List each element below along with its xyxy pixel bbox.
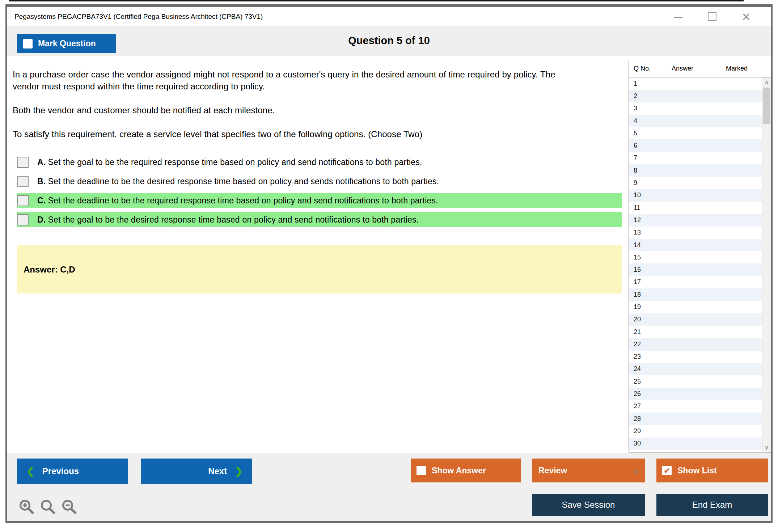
scrollbar-thumb[interactable] <box>763 88 770 124</box>
question-number: 9 <box>634 179 672 187</box>
question-list-row[interactable]: 19 <box>629 301 762 313</box>
question-list-row[interactable]: 23 <box>629 351 762 363</box>
option-row-a[interactable]: A.Set the goal to be the required respon… <box>17 155 622 170</box>
window-controls: — × <box>672 10 753 23</box>
save-session-button[interactable]: Save Session <box>532 494 645 516</box>
question-list-row[interactable]: 22 <box>629 338 762 350</box>
question-list-row[interactable]: 8 <box>629 164 762 177</box>
zoom-out-icon[interactable] <box>61 498 77 515</box>
question-paragraph: Both the vendor and customer should be n… <box>13 104 577 116</box>
option-d-text: Set the goal to be the desired response … <box>48 215 419 224</box>
question-list-row[interactable]: 1 <box>629 77 762 90</box>
option-row-c[interactable]: C.Set the deadline to be the required re… <box>17 193 622 208</box>
question-number: 30 <box>634 440 672 447</box>
review-caret-icon: ▲ <box>633 468 638 474</box>
content-area: In a purchase order case the vendor assi… <box>7 56 771 453</box>
question-list-row[interactable]: 13 <box>629 227 762 239</box>
end-exam-label: End Exam <box>692 500 732 510</box>
end-exam-button[interactable]: End Exam <box>656 494 768 516</box>
column-header-marked: Marked <box>726 65 748 72</box>
option-a-letter: A. <box>37 157 46 167</box>
question-list-row[interactable]: 5 <box>629 127 762 139</box>
maximize-icon <box>708 12 716 21</box>
mark-question-label: Mark Question <box>38 39 96 48</box>
show-list-button[interactable]: ✔ Show List <box>656 459 768 482</box>
question-number: 19 <box>634 303 672 311</box>
mark-question-button[interactable]: Mark Question <box>17 34 116 53</box>
question-list-scrollbar[interactable]: ∧ ∨ <box>762 77 771 452</box>
question-list-row[interactable]: 26 <box>629 388 762 400</box>
question-number: 24 <box>634 365 672 373</box>
magnifier-icon[interactable] <box>39 498 56 515</box>
question-list-row[interactable]: 18 <box>629 288 762 301</box>
question-list-header: Q No. Answer Marked <box>629 60 771 77</box>
question-list-row[interactable]: 17 <box>629 276 762 288</box>
answer-box: Answer: C,D <box>17 245 622 294</box>
next-button[interactable]: Next ❯ <box>141 459 252 484</box>
scroll-up-button[interactable]: ∧ <box>762 77 771 87</box>
question-list-row[interactable]: 29 <box>629 425 762 437</box>
zoom-controls <box>18 498 77 515</box>
question-list-row[interactable]: 20 <box>629 313 762 326</box>
mark-question-checkbox[interactable] <box>23 39 33 48</box>
question-list-row[interactable]: 28 <box>629 413 762 425</box>
option-row-b[interactable]: B.Set the deadline to be the desired res… <box>17 174 622 189</box>
option-d-checkbox[interactable] <box>17 214 29 225</box>
question-number: 7 <box>634 154 672 162</box>
previous-button[interactable]: ❮ Previous <box>17 459 128 484</box>
show-answer-checkbox[interactable] <box>417 466 426 475</box>
question-list-row[interactable]: 25 <box>629 375 762 388</box>
question-number: 26 <box>634 390 672 398</box>
question-list-row[interactable]: 11 <box>629 202 762 214</box>
question-list-row[interactable]: 21 <box>629 326 762 338</box>
show-answer-button[interactable]: Show Answer <box>411 459 521 482</box>
question-number: 8 <box>634 167 672 174</box>
question-list-row[interactable]: 10 <box>629 189 762 202</box>
option-c-letter: C. <box>37 196 46 205</box>
question-number: 23 <box>634 353 672 360</box>
show-list-label: Show List <box>677 466 717 476</box>
option-c-checkbox[interactable] <box>17 195 29 206</box>
show-answer-label: Show Answer <box>432 466 486 476</box>
question-list-row[interactable]: 4 <box>629 115 762 127</box>
question-list-row[interactable]: 14 <box>629 239 762 251</box>
question-list-row[interactable]: 12 <box>629 214 762 226</box>
question-number: 6 <box>634 142 672 149</box>
exam-header: Mark Question Question 5 of 10 <box>7 26 771 56</box>
close-button[interactable]: × <box>740 10 753 23</box>
question-list-row[interactable]: 2 <box>629 90 762 102</box>
review-button[interactable]: Review ▲ <box>532 459 645 482</box>
question-list-row[interactable]: 24 <box>629 363 762 375</box>
minimize-button[interactable]: — <box>672 10 685 23</box>
option-a-checkbox[interactable] <box>17 157 29 168</box>
question-number: 5 <box>634 130 672 137</box>
question-number: 18 <box>634 291 672 299</box>
previous-chevron-icon: ❮ <box>26 466 34 477</box>
question-list-row[interactable]: 30 <box>629 438 762 450</box>
question-list-row[interactable]: 3 <box>629 102 762 115</box>
option-row-d[interactable]: D.Set the goal to be the desired respons… <box>17 212 622 227</box>
option-c-text: Set the deadline to be the required resp… <box>48 196 438 205</box>
column-header-qno: Q No. <box>634 65 672 72</box>
question-list-row[interactable]: 6 <box>629 139 762 152</box>
column-header-answer: Answer <box>672 65 726 72</box>
maximize-button[interactable] <box>706 10 719 23</box>
options-group: A.Set the goal to be the required respon… <box>17 155 622 227</box>
question-number: 14 <box>634 241 672 249</box>
next-chevron-icon: ❯ <box>235 466 243 477</box>
check-icon: ✔ <box>664 467 670 474</box>
option-b-checkbox[interactable] <box>17 176 29 187</box>
scroll-down-button[interactable]: ∨ <box>762 443 771 452</box>
question-number: 28 <box>634 415 672 423</box>
question-list-row[interactable]: 9 <box>629 177 762 189</box>
question-list-row[interactable]: 7 <box>629 152 762 164</box>
question-list-row[interactable]: 27 <box>629 400 762 413</box>
question-list-row[interactable]: 16 <box>629 263 762 276</box>
question-paragraph: In a purchase order case the vendor assi… <box>13 68 577 92</box>
option-b-letter: B. <box>37 177 46 186</box>
question-list-row[interactable]: 15 <box>629 251 762 263</box>
window-title: Pegasystems PEGACPBA73V1 (Certified Pega… <box>7 13 263 21</box>
show-list-checkbox[interactable]: ✔ <box>662 466 672 475</box>
question-number: 2 <box>634 92 672 100</box>
zoom-in-icon[interactable] <box>18 498 35 515</box>
